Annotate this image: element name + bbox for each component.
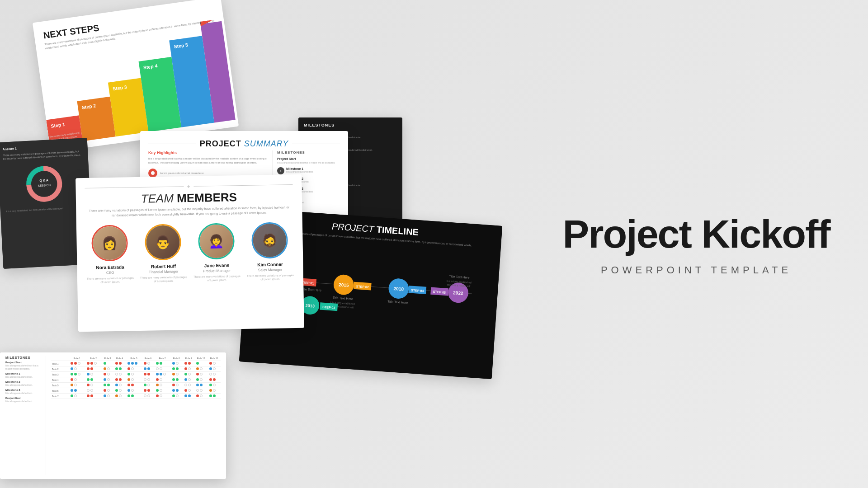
team-member-june: 👩‍🦱 June Evans Product Manager There are… [192, 223, 241, 283]
table-row: Task 3 [51, 372, 221, 377]
svg-text:2022: 2022 [453, 290, 464, 296]
table-row: Task 2 [51, 366, 221, 372]
member-desc-kim: There are many variations of passages of… [246, 273, 294, 282]
qa-text: There are many variations of passages of… [3, 150, 83, 161]
team-members-row: 👩 Nora Estrada CEO There are many variat… [85, 222, 294, 285]
team-subtitle: There are many variations of passages of… [85, 205, 293, 218]
member-desc-nora: There are many variations of passages of… [86, 276, 134, 285]
member-name-robert: Robert Huff [139, 263, 187, 269]
member-role-nora: CEO [86, 270, 134, 275]
slide-tasks: MILESTONES Project Start It is a long es… [0, 352, 226, 479]
member-name-kim: Kim Conner [246, 262, 294, 267]
slide-team-members: ◆ TEAM MEMBERS There are many variations… [75, 174, 304, 332]
milestones-title: MILESTONES [304, 123, 397, 127]
title-area: Project Kickoff POWERPOINT TEMPLATE [561, 212, 832, 276]
svg-text:Q & A: Q & A [39, 178, 48, 183]
svg-text:2018: 2018 [393, 286, 404, 292]
avatar-nora: 👩 [91, 225, 128, 261]
table-row: Task 1 [51, 361, 221, 366]
svg-text:Title Text Here: Title Text Here [301, 287, 321, 292]
table-row: Task 6 [51, 388, 221, 394]
svg-text:2015: 2015 [339, 282, 349, 288]
member-name-nora: Nora Estrada [86, 264, 134, 270]
team-member-robert: 👨 Robert Huff Financial Manager There ar… [139, 224, 188, 284]
main-title: Project Kickoff [561, 212, 832, 256]
svg-text:SESSION: SESSION [38, 183, 51, 187]
member-role-robert: Financial Manager [140, 269, 188, 274]
avatar-kim: 🧔 [251, 222, 288, 258]
svg-rect-2 [77, 97, 115, 141]
member-role-june: Product Manager [193, 268, 241, 273]
summary-text: It is a long established fact that a rea… [148, 157, 268, 165]
tasks-milestones-label: MILESTONES [5, 356, 42, 359]
member-name-june: June Evans [193, 263, 241, 268]
key-highlights-label: Key Highlights [148, 150, 268, 155]
table-row: Task 5 [51, 383, 221, 388]
qa-bottom-text: It is a long established fact that a rea… [6, 206, 85, 213]
staircase-svg: Step 1 Step 2 Step 3 Step 4 Step 5 There… [36, 19, 238, 148]
team-member-nora: 👩 Nora Estrada CEO There are many variat… [85, 225, 134, 285]
member-desc-june: There are many variations of passages of… [193, 274, 241, 283]
table-row: Task 4 [51, 377, 221, 383]
team-members-title: TEAM MEMBERS [85, 189, 293, 207]
member-desc-robert: There are many variations of passages of… [140, 275, 188, 284]
avatar-robert: 👨 [145, 224, 181, 260]
svg-text:Title Text Here: Title Text Here [449, 275, 470, 280]
svg-text:Title Text Here: Title Text Here [387, 300, 408, 305]
subtitle: POWERPOINT TEMPLATE [561, 264, 832, 276]
svg-text:2013: 2013 [305, 303, 315, 308]
svg-text:Title Text Here: Title Text Here [332, 296, 353, 301]
summary-title: PROJECT SUMMARY [200, 139, 288, 149]
member-role-kim: Sales Manager [246, 267, 294, 272]
table-row: Task 7 [51, 394, 221, 399]
team-member-kim: 🧔 Kim Conner Sales Manager There are man… [245, 222, 294, 282]
slide-next-steps: NEXT STEPS There are many variations of … [33, 0, 239, 153]
avatar-june: 👩‍🦱 [198, 223, 235, 259]
qa-donut-chart: Q & A SESSION [23, 162, 66, 205]
